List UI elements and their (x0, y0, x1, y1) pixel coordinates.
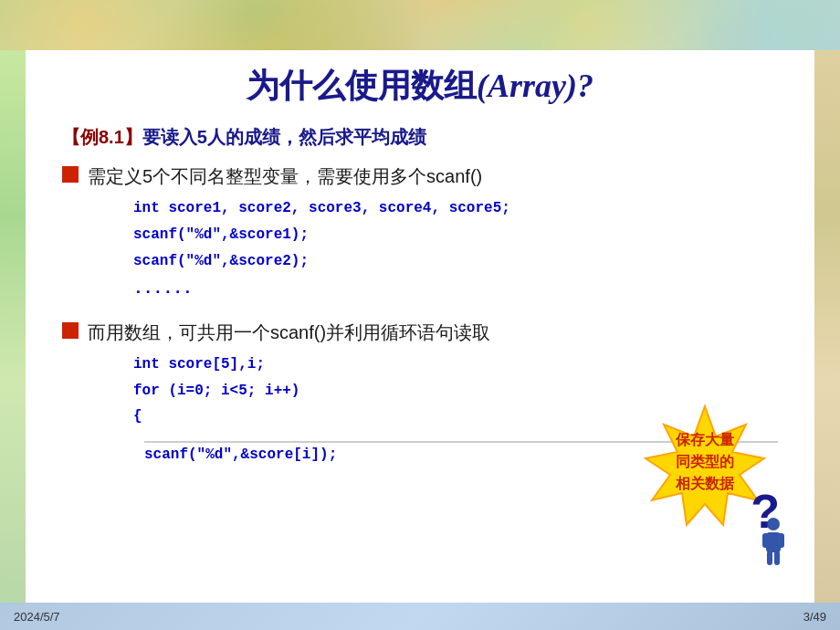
title-chinese: 为什么使用数组 (247, 67, 477, 104)
bullet-1-text: 需定义5个不同名整型变量，需要使用多个scanf() (88, 163, 510, 190)
code-line-1-1: int score1, score2, score3, score4, scor… (133, 195, 510, 222)
code-line-1-3: scanf("%d",&score2); (133, 248, 510, 275)
main-content: 为什么使用数组(Array)? 【例8.1】要读入5人的成绩，然后求平均成绩 需… (26, 50, 814, 603)
top-decorative-border (0, 0, 840, 50)
slide-date: 2024/5/7 (14, 610, 60, 624)
question-mark-icon: ? (751, 484, 780, 539)
bullet-icon-1 (62, 166, 79, 183)
bullet-text-2-wrapper: 而用数组，可共用一个scanf()并利用循环语句读取 int score[5],… (88, 319, 490, 436)
starburst-callout: 保存大量 同类型的 相关数据 (641, 402, 769, 530)
title-english: (Array)? (477, 68, 593, 104)
code-dots: ...... (133, 274, 510, 303)
svg-rect-6 (774, 551, 780, 565)
slide-title: 为什么使用数组(Array)? (62, 64, 778, 109)
bullet-item-1: 需定义5个不同名整型变量，需要使用多个scanf() int score1, s… (62, 163, 778, 310)
code-line-1-2: scanf("%d",&score1); (133, 222, 510, 248)
bottom-bar: 2024/5/7 3/49 (0, 603, 840, 630)
bullet-2-text: 而用数组，可共用一个scanf()并利用循环语句读取 (88, 319, 490, 346)
bullet-icon-2 (62, 322, 79, 339)
code-line-2-1: int score[5],i; (133, 352, 490, 378)
slide-page: 3/49 (803, 610, 826, 624)
example-line: 【例8.1】要读入5人的成绩，然后求平均成绩 (62, 125, 778, 150)
code-line-2-2: for (i=0; i<5; i++) (133, 378, 490, 404)
callout-line2: 同类型的 (676, 454, 734, 469)
callout-line1: 保存大量 (676, 432, 734, 447)
starburst-text: 保存大量 同类型的 相关数据 (676, 429, 734, 495)
bullet-text-1: 需定义5个不同名整型变量，需要使用多个scanf() int score1, s… (88, 163, 510, 310)
code-block-2: int score[5],i; for (i=0; i<5; i++) { (133, 352, 490, 430)
code-line-2-3: { (133, 404, 490, 430)
example-label: 【例8.1】 (62, 127, 142, 147)
callout-line3: 相关数据 (676, 476, 734, 491)
right-decorative-border (814, 50, 840, 603)
code-block-1: int score1, score2, score3, score4, scor… (133, 195, 510, 304)
left-decorative-border (0, 50, 26, 603)
example-text: 要读入5人的成绩，然后求平均成绩 (142, 127, 426, 147)
svg-rect-5 (767, 551, 772, 565)
